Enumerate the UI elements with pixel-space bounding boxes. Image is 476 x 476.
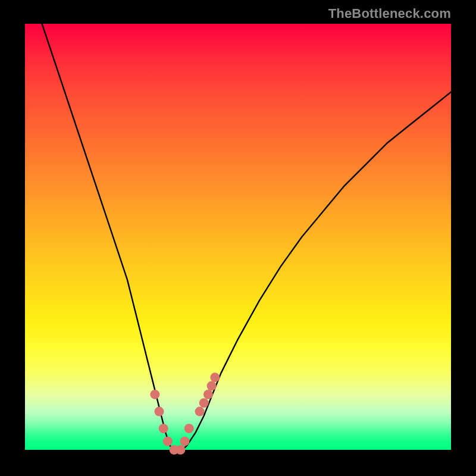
chart-stage: TheBottleneck.com xyxy=(0,0,476,476)
svg-point-10 xyxy=(203,390,213,399)
svg-point-12 xyxy=(210,372,220,382)
svg-point-7 xyxy=(184,424,194,433)
svg-point-8 xyxy=(195,407,205,416)
svg-point-9 xyxy=(199,398,209,408)
watermark-label: TheBottleneck.com xyxy=(328,6,451,21)
svg-point-6 xyxy=(180,437,190,446)
svg-point-3 xyxy=(163,437,173,446)
bottleneck-curve xyxy=(42,24,451,450)
svg-point-1 xyxy=(155,407,164,416)
plot-area xyxy=(25,24,451,450)
svg-point-0 xyxy=(150,390,159,399)
highlight-dots xyxy=(150,372,220,455)
svg-point-2 xyxy=(159,424,168,433)
svg-point-11 xyxy=(207,381,217,391)
svg-point-5 xyxy=(176,445,185,455)
chart-svg xyxy=(25,24,451,450)
